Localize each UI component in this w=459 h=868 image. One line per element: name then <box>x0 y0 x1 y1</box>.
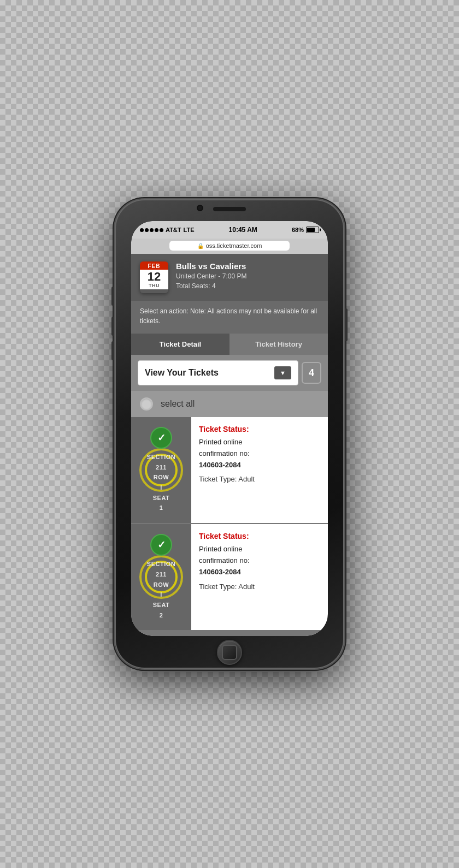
ticket-item: SECTION211ROWISEAT2 Ticket Status: Print… <box>131 524 328 630</box>
url-box[interactable]: 🔒 oss.ticketmaster.com <box>169 241 290 251</box>
select-all-row: select all <box>131 391 328 417</box>
checkmark-circle-1[interactable] <box>150 427 172 449</box>
event-header: FEB 12 THU Bulls vs Cavaliers United Cen… <box>131 254 328 301</box>
tab-ticket-history-label: Ticket History <box>255 340 302 348</box>
signal-dot-5 <box>160 228 163 232</box>
home-button-inner <box>222 645 237 660</box>
network-label: LTE <box>184 227 195 233</box>
ticket-right-1: Ticket Status: Printed online confirmati… <box>191 417 328 523</box>
select-all-radio[interactable] <box>140 397 153 411</box>
url-bar[interactable]: 🔒 oss.ticketmaster.com <box>131 239 328 254</box>
ticket-count: 4 <box>309 367 314 379</box>
tab-ticket-detail[interactable]: Ticket Detail <box>131 334 229 355</box>
calendar-month: FEB <box>140 261 168 270</box>
event-info: Bulls vs Cavaliers United Center - 7:00 … <box>176 261 319 290</box>
tabs: Ticket Detail Ticket History <box>131 334 328 355</box>
screen: AT&T LTE 10:45 AM 68% 🔒 oss.ticketmaster… <box>131 221 328 636</box>
ticket-type-2: Ticket Type: Adult <box>199 582 320 591</box>
phone-camera <box>197 205 203 211</box>
ticket-left-1[interactable]: SECTION211ROWISEAT1 <box>131 417 191 523</box>
view-tickets-row: View Your Tickets ▼ 4 <box>131 355 328 391</box>
event-title: Bulls vs Cavaliers <box>176 261 319 271</box>
calendar-dow: THU <box>149 283 160 288</box>
calendar-day: 12 <box>148 271 161 283</box>
home-button[interactable] <box>217 640 242 665</box>
action-note-text: Select an action: Note: All actions may … <box>140 307 317 325</box>
calendar-body: 12 THU <box>140 270 168 289</box>
status-time: 10:45 AM <box>229 226 257 234</box>
ticket-status-text-1: Printed online confirmation no: 140603-2… <box>199 437 320 471</box>
signal-dot-2 <box>145 228 149 232</box>
status-left: AT&T LTE <box>140 227 194 233</box>
phone-speaker <box>213 207 246 211</box>
select-all-label: select all <box>161 399 195 409</box>
status-bar: AT&T LTE 10:45 AM 68% <box>131 221 328 239</box>
url-text: oss.ticketmaster.com <box>206 242 262 249</box>
ticket-seat-info-1: SECTION211ROWISEAT1 <box>147 452 175 513</box>
view-tickets-label: View Your Tickets <box>145 368 219 378</box>
checkmark-circle-2[interactable] <box>150 534 172 556</box>
main-content: View Your Tickets ▼ 4 select all <box>131 355 328 636</box>
phone-device: AT&T LTE 10:45 AM 68% 🔒 oss.ticketmaster… <box>115 199 344 669</box>
ticket-count-badge: 4 <box>302 362 321 384</box>
status-right: 68% <box>292 227 319 233</box>
ticket-right-2: Ticket Status: Printed online confirmati… <box>191 524 328 630</box>
tickets-list: SECTION211ROWISEAT1 Ticket Status: Print… <box>131 417 328 636</box>
ticket-seat-info-2: SECTION211ROWISEAT2 <box>147 559 175 620</box>
ticket-status-label-1: Ticket Status: <box>199 425 320 433</box>
ticket-status-label-2: Ticket Status: <box>199 532 320 540</box>
signal-dot-3 <box>150 228 154 232</box>
dropdown-arrow-icon[interactable]: ▼ <box>274 366 291 379</box>
ticket-type-1: Ticket Type: Adult <box>199 475 320 483</box>
dropdown-symbol: ▼ <box>280 370 286 376</box>
lock-icon: 🔒 <box>197 243 204 249</box>
battery-fill <box>307 228 315 232</box>
carrier-label: AT&T <box>166 227 181 233</box>
ticket-item: SECTION211ROWISEAT1 Ticket Status: Print… <box>131 417 328 523</box>
tab-ticket-detail-label: Ticket Detail <box>160 340 201 348</box>
ticket-status-text-2: Printed online confirmation no: 140603-2… <box>199 544 320 578</box>
signal-dot-1 <box>140 228 144 232</box>
phone-screen-container: AT&T LTE 10:45 AM 68% 🔒 oss.ticketmaster… <box>131 221 328 636</box>
ticket-left-2[interactable]: SECTION211ROWISEAT2 <box>131 524 191 630</box>
action-note: Select an action: Note: All actions may … <box>131 301 328 334</box>
signal-strength <box>140 228 163 232</box>
battery-percent: 68% <box>292 227 304 233</box>
event-seats: Total Seats: 4 <box>176 282 319 290</box>
signal-dot-4 <box>155 228 158 232</box>
calendar-icon: FEB 12 THU <box>140 261 168 293</box>
battery-indicator <box>306 227 319 233</box>
home-button-area <box>217 636 242 669</box>
event-venue: United Center - 7:00 PM <box>176 272 319 280</box>
view-tickets-dropdown[interactable]: View Your Tickets ▼ <box>138 360 298 385</box>
tab-ticket-history[interactable]: Ticket History <box>229 334 328 355</box>
